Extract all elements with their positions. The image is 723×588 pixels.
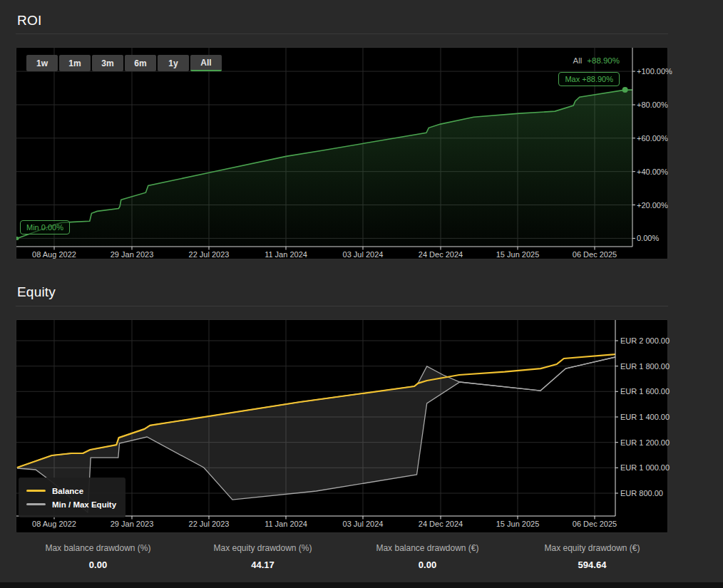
stat-label: Max equity drawdown (€) — [510, 543, 675, 553]
equity-x-tick-label: 29 Jan 2023 — [111, 520, 154, 528]
range-button-all[interactable]: All — [190, 55, 222, 71]
equity-x-tick-label: 24 Dec 2024 — [419, 520, 463, 528]
legend-label: Min / Max Equity — [52, 500, 116, 509]
stat-label: Max equity drawdown (%) — [180, 543, 345, 553]
stat-cell: Max equity drawdown (%)44.17 — [180, 543, 345, 570]
legend-item-min-max-equity[interactable]: Min / Max Equity — [26, 497, 118, 511]
roi-x-tick-label: 11 Jan 2024 — [265, 250, 307, 259]
equity-title-divider — [16, 306, 668, 306]
roi-x-tick-label: 03 Jul 2024 — [343, 250, 384, 259]
range-button-1y[interactable]: 1y — [158, 55, 189, 71]
range-button-group: 1w1m3m6m1yAll — [26, 55, 222, 71]
stat-value: 0.00 — [345, 559, 510, 570]
roi-x-tick-label: 24 Dec 2024 — [419, 250, 463, 259]
stat-value: 0.00 — [16, 559, 180, 570]
equity-x-tick-label: 22 Jul 2023 — [189, 520, 230, 528]
max-roi-badge: Max +88.90% — [558, 72, 620, 86]
equity-x-tick-label: 08 Aug 2022 — [32, 520, 76, 528]
equity-y-tick-label: EUR 1 400.00 — [620, 413, 670, 421]
legend-swatch — [26, 503, 46, 505]
roi-x-tick-label: 29 Jan 2023 — [111, 250, 154, 259]
roi-summary: All+88.90% — [573, 56, 620, 65]
roi-x-tick-label: 08 Aug 2022 — [32, 250, 76, 259]
range-button-3m[interactable]: 3m — [92, 55, 123, 71]
roi-y-tick-label: +40.00% — [637, 167, 668, 176]
roi-x-tick-label: 15 Jun 2025 — [496, 250, 540, 259]
drawdown-stats-row: Max balance drawdown (%)0.00Max equity d… — [16, 543, 675, 570]
range-button-1m[interactable]: 1m — [59, 55, 91, 71]
equity-x-tick-label: 06 Dec 2025 — [573, 520, 617, 528]
roi-title-divider — [16, 33, 668, 34]
stat-cell: Max equity drawdown (€)594.64 — [510, 543, 675, 570]
roi-chart-panel: 1w1m3m6m1yAll All+88.90% Max +88.90% Min… — [16, 47, 668, 259]
stat-label: Max balance drawdown (%) — [16, 543, 180, 553]
equity-x-tick-label: 15 Jun 2025 — [496, 520, 540, 528]
stat-cell: Max balance drawdown (€)0.00 — [345, 543, 510, 570]
equity-y-tick-label: EUR 800.00 — [620, 489, 663, 497]
equity-y-tick-label: EUR 1 200.00 — [620, 438, 670, 447]
bottom-panel-edge — [0, 582, 723, 588]
min-roi-badge: Min 0.00% — [20, 220, 70, 234]
stat-cell: Max balance drawdown (%)0.00 — [16, 543, 180, 570]
roi-x-tick-label: 06 Dec 2025 — [573, 250, 617, 259]
equity-chart-panel: BalanceMin / Max Equity 08 Aug 202229 Ja… — [16, 319, 668, 533]
range-button-1w[interactable]: 1w — [26, 55, 58, 71]
roi-y-tick-label: +20.00% — [637, 201, 668, 210]
equity-section-title: Equity — [17, 284, 56, 300]
equity-y-tick-label: EUR 1 600.00 — [620, 387, 670, 396]
equity-x-tick-label: 11 Jan 2024 — [265, 520, 307, 528]
equity-legend: BalanceMin / Max Equity — [19, 478, 125, 517]
legend-swatch — [26, 490, 46, 492]
equity-x-tick-label: 03 Jul 2024 — [343, 520, 384, 528]
stat-value: 594.64 — [510, 559, 675, 570]
equity-y-tick-label: EUR 2 000.00 — [620, 336, 670, 345]
stat-label: Max balance drawdown (€) — [345, 543, 510, 553]
stat-value: 44.17 — [180, 559, 345, 570]
roi-y-tick-label: 0.00% — [637, 234, 659, 242]
equity-y-tick-label: EUR 1 800.00 — [620, 362, 670, 371]
roi-summary-value: +88.90% — [587, 56, 620, 65]
equity-y-tick-label: EUR 1 000.00 — [620, 463, 670, 472]
legend-item-balance[interactable]: Balance — [26, 484, 118, 497]
roi-section-title: ROI — [17, 13, 41, 29]
roi-y-tick-label: +100.00% — [637, 67, 672, 76]
range-button-6m[interactable]: 6m — [125, 55, 156, 71]
roi-x-tick-label: 22 Jul 2023 — [189, 250, 230, 259]
roi-y-tick-label: +80.00% — [637, 100, 668, 109]
legend-label: Balance — [52, 487, 83, 495]
roi-y-tick-label: +60.00% — [637, 134, 668, 143]
roi-summary-range: All — [573, 56, 582, 65]
